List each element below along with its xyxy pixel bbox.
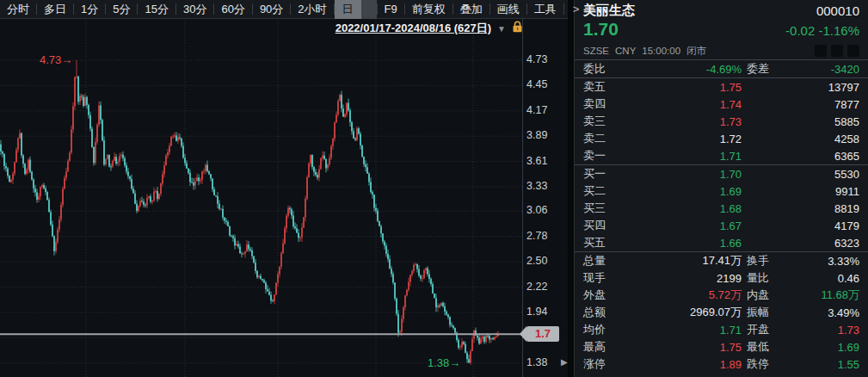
toolbar-item-13[interactable]: 叠加 (453, 0, 489, 19)
stat-label: 开盘 (747, 322, 769, 337)
ask-volume: 4258 (742, 133, 859, 145)
price-change: -0.02 -1.16% (785, 23, 859, 38)
toolbar-item-12[interactable]: 前复权 (405, 0, 452, 19)
toolbar-item-9[interactable]: 2小时 (291, 0, 333, 19)
candlestick-chart-canvas[interactable] (0, 0, 568, 377)
stat-row: 现手2199量比0.46 (575, 269, 868, 287)
toolbar-item-2[interactable]: 多日 (37, 0, 73, 19)
quote-panel: 美丽生态 000010 1.70 -0.02 -1.16% SZSE CNY 1… (574, 0, 868, 377)
selected-period-tail[interactable] (361, 0, 377, 19)
weicha-label: 委差 (747, 61, 769, 77)
bid-price[interactable]: 1.67 (616, 219, 742, 232)
ask-label: 卖三 (583, 114, 616, 129)
panel-mini-button[interactable] (831, 45, 843, 57)
bid-row[interactable]: 买五1.666323 (575, 234, 868, 251)
y-axis-tick-label: 4.17 (526, 104, 566, 116)
stat-value: 1.75 (616, 341, 742, 354)
ask-row[interactable]: 卖三1.735885 (575, 113, 868, 130)
toolbar-more-arrow[interactable]: > (566, 0, 587, 19)
stat-label: 换手 (747, 253, 769, 269)
stat-row: 涨停1.89跌停1.55 (575, 355, 868, 373)
stock-app-window: 分时多日1分5分15分30分60分90分2小时日F9前复权叠加画线工具> 202… (0, 0, 868, 377)
stat-value: 5.72万 (616, 287, 742, 303)
ask-price[interactable]: 1.75 (616, 81, 742, 94)
y-axis-tick-label: 3.61 (526, 155, 566, 167)
ask-levels: 卖五1.7513797卖四1.747877卖三1.735885卖二1.72425… (575, 78, 868, 164)
stat-value: 0.46 (769, 272, 859, 285)
stat-label: 外盘 (583, 287, 616, 303)
bid-row[interactable]: 买二1.699911 (575, 182, 868, 200)
stat-value: 1.71 (616, 324, 742, 337)
ask-row[interactable]: 卖二1.724258 (575, 130, 868, 147)
date-range-control[interactable]: 2022/01/17-2024/08/16 (627日) ▼ (258, 21, 523, 36)
toolbar-item-3[interactable]: 1分 (74, 0, 105, 19)
bid-volume: 5530 (742, 168, 859, 181)
ask-price[interactable]: 1.72 (616, 133, 742, 145)
lock-icon[interactable] (512, 21, 523, 36)
toolbar-item-5[interactable]: 15分 (138, 0, 175, 19)
bid-label: 买三 (583, 201, 616, 216)
ask-volume: 5885 (742, 115, 859, 128)
toolbar-item-4[interactable]: 5分 (106, 0, 137, 19)
low-price-annotation: 1.38→ (428, 356, 460, 369)
weicha-value: -3420 (769, 63, 859, 76)
stat-label: 总量 (583, 253, 616, 269)
toolbar-item-15[interactable]: 工具 (527, 0, 563, 19)
stat-row: 总额2969.07万振幅3.49% (575, 304, 868, 321)
panel-expander-arrow[interactable]: ▶ (561, 357, 568, 367)
ask-label: 卖五 (583, 79, 616, 95)
stat-label: 现手 (583, 270, 616, 286)
bid-volume: 6323 (742, 237, 859, 250)
bid-price[interactable]: 1.69 (616, 185, 742, 198)
bid-row[interactable]: 买三1.688819 (575, 200, 868, 217)
kline-chart-region[interactable]: 分时多日1分5分15分30分60分90分2小时日F9前复权叠加画线工具> 202… (0, 0, 568, 377)
bid-row[interactable]: 买一1.705530 (575, 165, 868, 182)
panel-mini-button[interactable] (815, 45, 827, 57)
ask-row[interactable]: 卖五1.7513797 (575, 78, 868, 96)
bid-price[interactable]: 1.68 (616, 202, 742, 215)
y-axis-tick-label: 2.78 (526, 230, 566, 242)
y-axis-tick-label: 2.50 (526, 255, 566, 267)
stat-value: 1.69 (769, 341, 859, 354)
toolbar-item-10[interactable]: 日 (335, 0, 361, 19)
bid-price[interactable]: 1.66 (616, 237, 742, 250)
y-axis-tick-label: 4.73 (526, 53, 566, 65)
weibi-value: -4.69% (616, 63, 742, 76)
panel-mini-buttons (815, 45, 859, 57)
stat-value: 1.89 (616, 358, 742, 371)
high-price-annotation: 4.73→ (40, 53, 72, 66)
ask-price[interactable]: 1.71 (616, 150, 742, 163)
toolbar-item-8[interactable]: 90分 (253, 0, 290, 19)
ask-volume: 13797 (742, 81, 859, 94)
bid-label: 买一 (583, 166, 616, 182)
toolbar-item-1[interactable]: 分时 (0, 0, 36, 19)
toolbar-item-14[interactable]: 画线 (490, 0, 526, 19)
ask-row[interactable]: 卖一1.716365 (575, 147, 868, 164)
stock-code: 000010 (816, 3, 859, 18)
ask-row[interactable]: 卖四1.747877 (575, 96, 868, 113)
bid-price[interactable]: 1.70 (616, 168, 742, 181)
bid-volume: 8819 (742, 202, 859, 215)
stat-label: 量比 (747, 270, 769, 286)
panel-mini-button[interactable] (847, 45, 859, 57)
ask-price[interactable]: 1.74 (616, 98, 742, 111)
toolbar-item-7[interactable]: 60分 (214, 0, 251, 19)
toolbar-item-11[interactable]: F9 (378, 0, 404, 19)
stat-row: 总量17.41万换手3.33% (575, 252, 868, 269)
current-price-tag: 1.7 (526, 326, 559, 342)
stat-value: 2199 (616, 272, 742, 285)
stat-label: 跌停 (747, 356, 769, 372)
date-range-label[interactable]: 2022/01/17-2024/08/16 (627日) (336, 21, 491, 36)
toolbar-item-6[interactable]: 30分 (176, 0, 213, 19)
y-axis-tick-label: 1.94 (526, 306, 566, 318)
period-toolbar: 分时多日1分5分15分30分60分90分2小时日F9前复权叠加画线工具> (0, 0, 568, 19)
last-price: 1.70 (583, 19, 619, 40)
ask-price[interactable]: 1.73 (616, 115, 742, 128)
market-status: 闭市 (686, 45, 706, 58)
bid-row[interactable]: 买四1.674179 (575, 217, 868, 234)
y-axis-tick-label: 3.89 (526, 129, 566, 141)
chevron-down-icon[interactable]: ▼ (497, 24, 506, 34)
stat-value: 11.68万 (769, 287, 859, 303)
bid-volume: 4179 (742, 219, 859, 232)
y-axis-tick-label: 4.45 (526, 78, 566, 90)
